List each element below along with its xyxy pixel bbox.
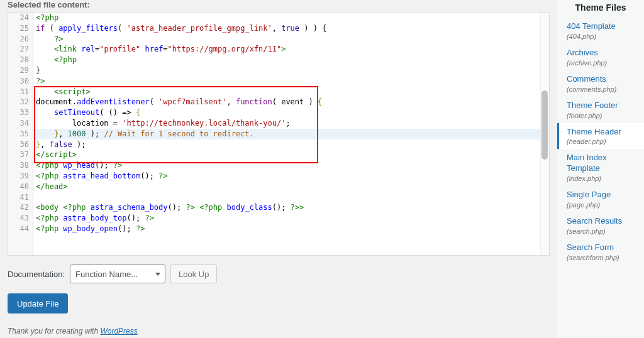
- file-name: Comments: [567, 74, 638, 85]
- file-path: (page.php): [567, 201, 638, 209]
- file-path: (search.php): [567, 227, 638, 235]
- update-file-button[interactable]: Update File: [8, 293, 68, 313]
- line-number: 25: [8, 23, 33, 34]
- section-header: Selected file content:: [8, 0, 550, 12]
- theme-file-item[interactable]: Search Results(search.php): [557, 212, 644, 239]
- file-name: Archives: [567, 48, 638, 58]
- code-line[interactable]: <?php wp_body_open(); ?>: [33, 224, 549, 234]
- code-line[interactable]: ?>: [33, 76, 549, 87]
- theme-file-item[interactable]: Comments(comments.php): [557, 70, 644, 97]
- line-number: 26: [8, 34, 33, 45]
- theme-file-item[interactable]: Theme Header(header.php): [557, 123, 644, 150]
- line-number: 40: [8, 182, 33, 192]
- code-line[interactable]: if ( apply_filters( 'astra_header_profil…: [33, 23, 549, 34]
- code-lines[interactable]: <?phpif ( apply_filters( 'astra_header_p…: [33, 13, 549, 234]
- code-line[interactable]: }, 1000 ); // Wait for 1 second to redir…: [33, 129, 549, 139]
- code-line[interactable]: [33, 192, 549, 203]
- file-name: 404 Template: [567, 21, 638, 32]
- code-line[interactable]: </script>: [33, 150, 549, 160]
- code-line[interactable]: ?>: [33, 34, 549, 45]
- footer-credit: Thank you for creating with WordPress: [8, 327, 138, 335]
- code-line[interactable]: document.addEventListener( 'wpcf7mailsen…: [33, 97, 549, 107]
- code-line[interactable]: }: [33, 65, 549, 76]
- code-line[interactable]: <?php astra_body_top(); ?>: [33, 213, 549, 224]
- scrollbar-track[interactable]: [540, 13, 549, 255]
- theme-file-item[interactable]: 404 Template(404.php): [557, 18, 644, 44]
- code-line[interactable]: setTimeout( () => {: [33, 107, 549, 118]
- file-name: Theme Footer: [567, 101, 638, 111]
- lookup-button[interactable]: Look Up: [170, 264, 217, 283]
- line-number: 35: [8, 129, 33, 139]
- code-line[interactable]: <script>: [33, 87, 549, 97]
- file-path: (index.php): [567, 175, 638, 182]
- line-number: 41: [8, 192, 33, 203]
- code-line[interactable]: location = 'http://techmonkey.local/than…: [33, 118, 549, 129]
- file-path: (comments.php): [567, 85, 638, 93]
- line-number: 42: [8, 202, 33, 213]
- file-name: Single Page: [567, 190, 638, 200]
- file-path: (header.php): [567, 138, 638, 145]
- line-number: 34: [8, 118, 33, 129]
- scrollbar-thumb[interactable]: [541, 90, 548, 160]
- code-line[interactable]: <?php wp_head(); ?>: [33, 160, 549, 171]
- file-name: Theme Header: [567, 127, 638, 138]
- line-number: 29: [8, 65, 33, 76]
- line-number: 27: [8, 44, 33, 55]
- wordpress-link[interactable]: WordPress: [100, 327, 137, 335]
- code-line[interactable]: <link rel="profile" href="https://gmpg.o…: [33, 44, 549, 55]
- line-gutter: 2425262728293031323334353637383940414243…: [8, 13, 33, 255]
- file-name: Search Form: [567, 243, 638, 253]
- theme-file-item[interactable]: Single Page(page.php): [557, 186, 644, 212]
- line-number: 30: [8, 76, 33, 87]
- file-path: (archive.php): [567, 59, 638, 67]
- file-path: (searchform.php): [567, 254, 638, 261]
- line-number: 24: [8, 13, 33, 23]
- line-number: 33: [8, 107, 33, 118]
- theme-files-sidebar: Theme Files 404 Template(404.php)Archive…: [557, 0, 644, 338]
- file-path: (footer.php): [567, 112, 638, 119]
- line-number: 28: [8, 55, 33, 65]
- main-area: Selected file content: 24252627282930313…: [0, 0, 557, 338]
- file-name: Search Results: [567, 216, 638, 227]
- theme-file-item[interactable]: Archives(archive.php): [557, 44, 644, 70]
- line-number: 43: [8, 213, 33, 224]
- line-number: 37: [8, 150, 33, 160]
- code-line[interactable]: </head>: [33, 182, 549, 192]
- code-editor[interactable]: 2425262728293031323334353637383940414243…: [8, 12, 550, 256]
- function-select[interactable]: Function Name...: [70, 264, 165, 283]
- code-line[interactable]: }, false );: [33, 139, 549, 150]
- code-line[interactable]: <body <?php astra_schema_body(); ?> <?ph…: [33, 202, 549, 213]
- theme-file-item[interactable]: Theme Footer(footer.php): [557, 97, 644, 123]
- sidebar-title: Theme Files: [557, 0, 644, 18]
- line-number: 44: [8, 224, 33, 234]
- file-path: (404.php): [567, 33, 638, 40]
- line-number: 32: [8, 97, 33, 107]
- theme-file-item[interactable]: Search Form(searchform.php): [557, 239, 644, 265]
- doc-label: Documentation:: [8, 270, 65, 279]
- doc-lookup-row: Documentation: Function Name... Look Up: [8, 256, 550, 292]
- line-number: 36: [8, 139, 33, 150]
- file-name: Main Index Template: [567, 153, 638, 174]
- code-line[interactable]: <?php astra_head_bottom(); ?>: [33, 171, 549, 182]
- line-number: 38: [8, 160, 33, 171]
- theme-file-item[interactable]: Main Index Template(index.php): [557, 149, 644, 186]
- line-number: 39: [8, 171, 33, 182]
- line-number: 31: [8, 87, 33, 97]
- code-line[interactable]: <?php: [33, 13, 549, 23]
- code-line[interactable]: <?php: [33, 55, 549, 65]
